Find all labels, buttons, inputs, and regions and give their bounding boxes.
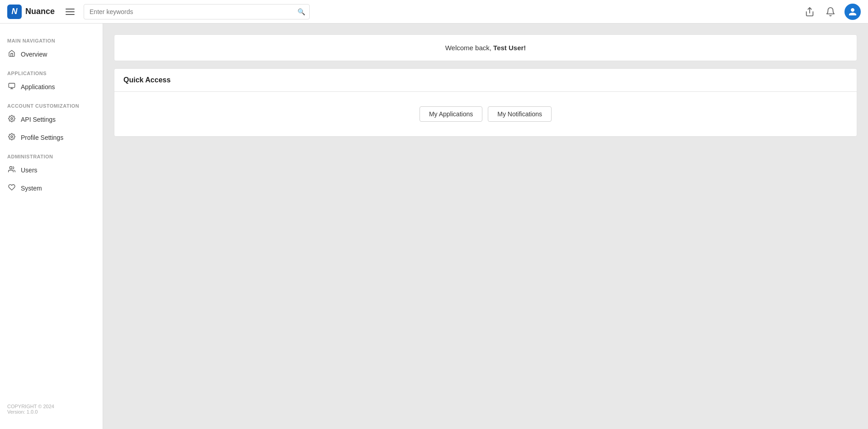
svg-point-5	[11, 136, 13, 138]
sidebar-section-account: ACCOUNT CUSTOMIZATION	[0, 100, 103, 110]
gear-icon-api	[7, 115, 16, 124]
sidebar-item-users-label: Users	[21, 167, 38, 174]
welcome-text: Welcome back,	[445, 44, 493, 52]
quick-access-title: Quick Access	[114, 69, 857, 92]
gear-icon-profile	[7, 133, 16, 142]
sidebar-item-system[interactable]: System	[0, 179, 103, 197]
svg-point-6	[9, 167, 12, 169]
app-name: Nuance	[25, 7, 55, 16]
sidebar-section-main-nav: MAIN NAVIGATION	[0, 34, 103, 45]
home-icon	[7, 50, 16, 59]
sidebar-item-overview[interactable]: Overview	[0, 45, 103, 63]
user-avatar-button[interactable]	[844, 4, 861, 20]
sidebar-footer: COPYRIGHT © 2024 Version: 1.0.0	[0, 396, 103, 422]
logo: N Nuance	[7, 5, 55, 19]
footer-version: Version: 1.0.0	[7, 409, 95, 415]
welcome-username: Test User!	[493, 44, 526, 52]
sidebar-item-profile-settings[interactable]: Profile Settings	[0, 129, 103, 147]
sidebar-item-api-settings-label: API Settings	[21, 116, 56, 123]
footer-copyright: COPYRIGHT © 2024	[7, 404, 95, 409]
search-input[interactable]	[84, 4, 310, 19]
users-icon	[7, 166, 16, 175]
quick-access-body: My Applications My Notifications	[114, 92, 857, 136]
sidebar-section-admin: ADMINISTRATION	[0, 150, 103, 161]
share-icon-button[interactable]	[803, 5, 816, 19]
search-container: 🔍	[84, 4, 310, 19]
my-notifications-button[interactable]: My Notifications	[488, 106, 552, 122]
sidebar-item-api-settings[interactable]: API Settings	[0, 110, 103, 129]
search-icon: 🔍	[297, 8, 305, 15]
sidebar: MAIN NAVIGATION Overview APPLICATIONS Ap…	[0, 24, 103, 429]
sidebar-item-system-label: System	[21, 185, 42, 192]
sidebar-item-profile-settings-label: Profile Settings	[21, 134, 63, 141]
topbar: N Nuance 🔍	[0, 0, 868, 24]
sidebar-item-applications[interactable]: Applications	[0, 78, 103, 96]
sidebar-item-users[interactable]: Users	[0, 161, 103, 179]
content-area: Welcome back, Test User! Quick Access My…	[103, 24, 868, 429]
main-layout: MAIN NAVIGATION Overview APPLICATIONS Ap…	[0, 24, 868, 429]
sidebar-section-applications: APPLICATIONS	[0, 67, 103, 78]
welcome-card: Welcome back, Test User!	[114, 34, 857, 61]
monitor-icon	[7, 82, 16, 91]
topbar-actions	[803, 4, 861, 20]
quick-access-card: Quick Access My Applications My Notifica…	[114, 68, 857, 137]
system-icon	[7, 184, 16, 193]
my-applications-button[interactable]: My Applications	[420, 106, 482, 122]
svg-rect-1	[9, 83, 14, 87]
sidebar-item-applications-label: Applications	[21, 83, 55, 91]
svg-point-4	[11, 118, 13, 119]
sidebar-item-overview-label: Overview	[21, 51, 47, 58]
notifications-icon-button[interactable]	[824, 5, 837, 19]
hamburger-button[interactable]	[62, 7, 78, 17]
logo-icon: N	[7, 5, 22, 19]
